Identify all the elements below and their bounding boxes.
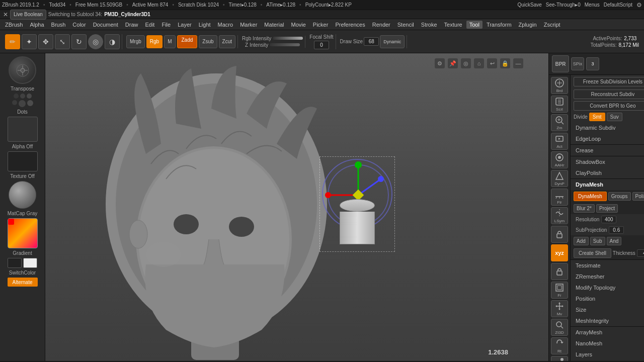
move-btn[interactable]: ✥ (38, 34, 53, 49)
rotate-col-btn[interactable]: Rt (551, 337, 568, 354)
sub-btn[interactable]: Sub (590, 237, 605, 245)
polish-btn[interactable]: Polish (632, 192, 644, 201)
menu-color[interactable]: Color (69, 21, 89, 29)
tessimate-item[interactable]: Tessimate (571, 260, 644, 271)
menu-zplugin[interactable]: Zplugin (516, 21, 540, 29)
blur-btn[interactable]: Blur 2* (574, 204, 595, 213)
move-col-btn[interactable]: Mv (551, 300, 568, 317)
groups-btn[interactable]: Groups (608, 192, 631, 201)
menu-draw[interactable]: Draw (122, 21, 141, 29)
menu-stencil[interactable]: Stencil (394, 21, 417, 29)
alpha-preview[interactable] (8, 117, 38, 142)
mrgb-btn[interactable]: Mrgb (126, 35, 145, 48)
menu-stroke[interactable]: Stroke (418, 21, 440, 29)
actual-btn[interactable]: Act (551, 133, 568, 150)
menu-material[interactable]: Material (261, 21, 287, 29)
focal-shift-value[interactable]: 0 (314, 41, 329, 49)
scale-btn[interactable]: ⤡ (55, 34, 70, 49)
resolution-value[interactable]: 400 (601, 216, 616, 223)
and-btn[interactable]: And (607, 237, 622, 245)
z-intensity-slider[interactable] (270, 43, 300, 46)
transpose-icon[interactable] (9, 56, 36, 84)
freeze-subdiv-btn[interactable]: Freeze SubDivision Levels (574, 77, 644, 86)
live-boolean-btn[interactable]: Live Boolean (10, 10, 46, 20)
brd-btn[interactable]: Brd (551, 77, 568, 94)
dynamic-btn[interactable]: Dynamic (380, 35, 405, 48)
zsub-btn[interactable]: Zsub (199, 35, 217, 48)
modify-topology-item[interactable]: Modify Topology (571, 282, 644, 293)
menu-preferences[interactable]: Preferences (332, 21, 368, 29)
menu-edit[interactable]: Edit (142, 21, 157, 29)
draw-btn[interactable]: ✦ (22, 34, 37, 49)
close-icon[interactable]: ✕ (3, 11, 8, 18)
convert-bpr-btn[interactable]: Convert BPR to Geo (574, 101, 644, 111)
pin-icon[interactable]: 📌 (448, 58, 458, 68)
rotate-btn[interactable]: ↻ (71, 34, 87, 49)
zcut-btn[interactable]: Zcut (219, 35, 235, 48)
lock2-col-btn[interactable] (551, 263, 568, 280)
sphere-btn[interactable]: ◎ (88, 34, 103, 49)
color-picker[interactable] (8, 218, 38, 248)
menu-zscript[interactable]: Zscript (541, 21, 564, 29)
zoom-btn[interactable]: Zm (551, 114, 568, 131)
spix-val[interactable]: 3 (586, 57, 599, 70)
matcap-preview[interactable] (9, 181, 36, 209)
dynamesh-btn[interactable]: DynaMesh (574, 192, 607, 201)
scroll-btn[interactable]: Scrl (551, 96, 568, 113)
thickness-value[interactable]: 4 (637, 249, 644, 257)
aahair-btn[interactable]: AAHr (551, 151, 568, 168)
dynp-btn[interactable]: DynP (551, 170, 568, 187)
crease-item[interactable]: Crease (571, 145, 644, 156)
zoom3d-btn[interactable]: Zt3D (551, 319, 568, 336)
house-icon[interactable]: ⌂ (474, 58, 484, 68)
bpr-btn[interactable]: BPR (552, 55, 569, 72)
menu-light[interactable]: Light (196, 21, 214, 29)
add-btn[interactable]: Add (574, 237, 589, 245)
menu-file[interactable]: File (158, 21, 174, 29)
position-item[interactable]: Position (571, 293, 644, 304)
edit-btn[interactable]: ✏ (5, 34, 20, 49)
create-shell-btn[interactable]: Create Shell (574, 248, 611, 258)
undo-icon[interactable]: ↩ (487, 58, 497, 68)
menu-document[interactable]: Document (90, 21, 121, 29)
shadowbox-item[interactable]: ShadowBox (571, 156, 644, 167)
fibermesh-item[interactable]: FiberMesh (571, 360, 644, 361)
menu-transform[interactable]: Transform (484, 21, 515, 29)
project-btn[interactable]: Project (596, 204, 618, 213)
m-btn[interactable]: M (164, 35, 175, 48)
rgb-intensity-slider[interactable] (273, 37, 303, 40)
subprojection-value[interactable]: 0.6 (609, 226, 624, 234)
gizmo[interactable] (317, 154, 397, 254)
texture-preview[interactable] (8, 151, 38, 171)
menus-label[interactable]: Menus (585, 2, 600, 8)
rgb-btn[interactable]: Rgb (146, 35, 163, 48)
target-icon[interactable]: ◎ (461, 58, 471, 68)
zremesher-item[interactable]: ZRemesher (571, 271, 644, 282)
dynamesh-header[interactable]: DynaMesh (571, 179, 644, 190)
menu-brush[interactable]: Brush (48, 21, 69, 29)
linept-btn[interactable]: LnPt (551, 356, 568, 361)
suv-btn[interactable]: Suv (607, 113, 622, 121)
menu-macro[interactable]: Macro (215, 21, 236, 29)
minus-icon[interactable]: — (513, 58, 523, 68)
size-item[interactable]: Size (571, 304, 644, 315)
floor-btn[interactable]: Flr (551, 189, 568, 206)
menu-texture[interactable]: Texture (441, 21, 465, 29)
quick-save[interactable]: QuickSave (517, 2, 541, 8)
default-script[interactable]: DefaultScript (604, 2, 632, 8)
grad-dark[interactable] (8, 258, 22, 268)
smooth-btn[interactable]: ◑ (105, 34, 120, 49)
menu-alpha[interactable]: Alpha (27, 21, 47, 29)
lock-col-btn[interactable] (551, 226, 568, 243)
grad-light[interactable] (23, 258, 37, 268)
menu-movie[interactable]: Movie (288, 21, 308, 29)
menu-marker[interactable]: Marker (237, 21, 260, 29)
edgeloop-item[interactable]: EdgeLoop (571, 133, 644, 144)
frame-btn[interactable]: Fr (551, 282, 568, 299)
menu-layer[interactable]: Layer (175, 21, 195, 29)
lsym-btn[interactable]: LSym (551, 207, 568, 224)
claypolish-item[interactable]: ClayPolish (571, 167, 644, 178)
mesh-integrity-item[interactable]: MeshIntegrity (571, 315, 644, 326)
arraymesh-item[interactable]: ArrayMesh (571, 327, 644, 338)
xyz-btn[interactable]: xyz (551, 244, 568, 261)
